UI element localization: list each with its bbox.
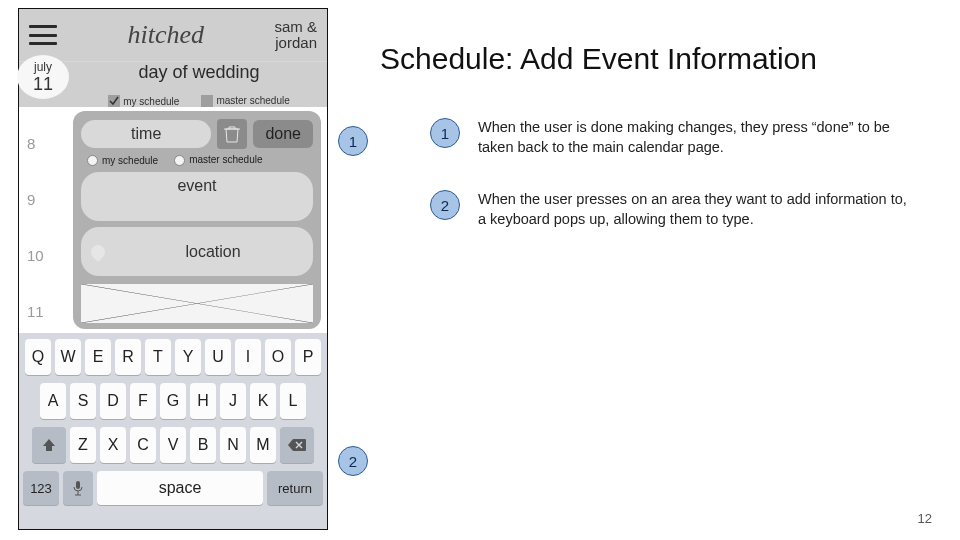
key[interactable]: N xyxy=(220,427,246,463)
done-button[interactable]: done xyxy=(253,120,313,148)
key[interactable]: K xyxy=(250,383,276,419)
key[interactable]: B xyxy=(190,427,216,463)
time-input[interactable]: time xyxy=(81,120,211,148)
location-input[interactable]: location xyxy=(81,227,313,276)
annotation-text: When the user presses on an area they wa… xyxy=(478,190,908,229)
key[interactable]: S xyxy=(70,383,96,419)
key[interactable]: C xyxy=(130,427,156,463)
shift-key[interactable] xyxy=(32,427,66,463)
key[interactable]: X xyxy=(100,427,126,463)
menu-icon[interactable] xyxy=(29,25,57,45)
callout-marker-1: 1 xyxy=(338,126,368,156)
event-edit-panel: time done my schedule master schedule ev… xyxy=(73,111,321,329)
key[interactable]: L xyxy=(280,383,306,419)
schedule-radio-group: my schedule master schedule xyxy=(81,155,313,166)
brand-title: hitched xyxy=(127,20,204,50)
key[interactable]: E xyxy=(85,339,111,375)
key[interactable]: I xyxy=(235,339,261,375)
filter-master-schedule[interactable]: master schedule xyxy=(201,95,289,107)
radio-my-schedule[interactable]: my schedule xyxy=(87,155,158,166)
delete-button[interactable] xyxy=(217,119,247,149)
key[interactable]: U xyxy=(205,339,231,375)
annotation-2: 2 When the user presses on an area they … xyxy=(430,190,908,229)
annotation-text: When the user is done making changes, th… xyxy=(478,118,908,157)
mic-key[interactable] xyxy=(63,471,93,505)
key[interactable]: R xyxy=(115,339,141,375)
key[interactable]: D xyxy=(100,383,126,419)
key[interactable]: F xyxy=(130,383,156,419)
trash-icon xyxy=(224,125,240,143)
numbers-key[interactable]: 123 xyxy=(23,471,59,505)
key[interactable]: H xyxy=(190,383,216,419)
calendar-area: 8 9 10 11 time done my schedule master s… xyxy=(19,107,327,333)
phone-mockup: july 11 hitched sam & jordan day of wedd… xyxy=(18,8,328,530)
key[interactable]: Y xyxy=(175,339,201,375)
svg-rect-0 xyxy=(76,481,80,489)
app-header: hitched sam & jordan xyxy=(19,9,327,61)
hour-label: 9 xyxy=(19,191,73,247)
key[interactable]: T xyxy=(145,339,171,375)
radio-icon xyxy=(87,155,98,166)
radio-master-schedule[interactable]: master schedule xyxy=(174,155,262,166)
key[interactable]: M xyxy=(250,427,276,463)
hour-label: 10 xyxy=(19,247,73,303)
annotation-number: 2 xyxy=(430,190,460,220)
annotation-1: 1 When the user is done making changes, … xyxy=(430,118,908,157)
date-day: 11 xyxy=(33,74,53,95)
space-key[interactable]: space xyxy=(97,471,263,505)
page-number: 12 xyxy=(918,511,932,526)
key[interactable]: Z xyxy=(70,427,96,463)
hour-gutter: 8 9 10 11 xyxy=(19,107,73,333)
slide-title: Schedule: Add Event Information xyxy=(380,42,817,76)
hour-label: 8 xyxy=(19,135,73,191)
pin-icon xyxy=(88,242,108,262)
checkbox-checked-icon xyxy=(108,95,120,107)
key[interactable]: Q xyxy=(25,339,51,375)
user-names: sam & jordan xyxy=(274,19,317,51)
keyboard-row-bottom: 123 space return xyxy=(23,471,323,505)
keyboard-row-1: Q W E R T Y U I O P xyxy=(23,339,323,375)
key[interactable]: P xyxy=(295,339,321,375)
key[interactable]: G xyxy=(160,383,186,419)
key[interactable]: J xyxy=(220,383,246,419)
filter-my-schedule[interactable]: my schedule xyxy=(108,95,179,107)
event-input[interactable]: event xyxy=(81,172,313,221)
callout-marker-2: 2 xyxy=(338,446,368,476)
key[interactable]: V xyxy=(160,427,186,463)
backspace-key[interactable] xyxy=(280,427,314,463)
key[interactable]: W xyxy=(55,339,81,375)
subheader-title: day of wedding xyxy=(138,62,259,93)
key[interactable]: A xyxy=(40,383,66,419)
onscreen-keyboard: Q W E R T Y U I O P A S D F G H J K L Z … xyxy=(19,333,327,529)
checkbox-unchecked-icon xyxy=(201,95,213,107)
mic-icon xyxy=(72,480,84,496)
annotation-number: 1 xyxy=(430,118,460,148)
date-month: july xyxy=(34,60,52,74)
date-chip: july 11 xyxy=(17,55,69,99)
keyboard-row-2: A S D F G H J K L xyxy=(23,383,323,419)
shift-icon xyxy=(42,438,56,452)
backspace-icon xyxy=(288,439,306,451)
key[interactable]: O xyxy=(265,339,291,375)
return-key[interactable]: return xyxy=(267,471,323,505)
keyboard-row-3: Z X C V B N M xyxy=(23,427,323,463)
radio-icon xyxy=(174,155,185,166)
image-placeholder[interactable] xyxy=(81,284,313,323)
